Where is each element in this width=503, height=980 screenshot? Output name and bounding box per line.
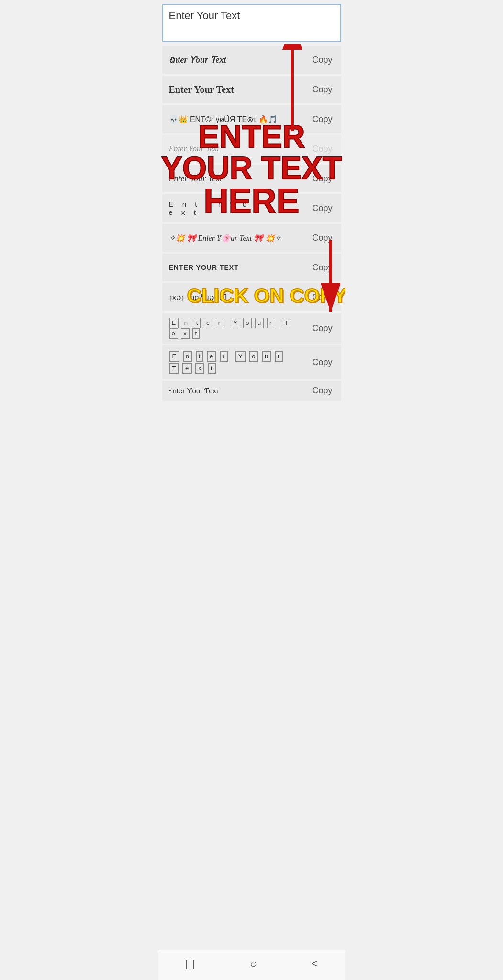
dboxed-char: n	[183, 351, 192, 362]
nav-bar: ||| ○ <	[158, 950, 345, 980]
app-container: Ꞓntеr Ƴour Ƭext Copy Enter Your Text Cop…	[158, 0, 345, 980]
dboxed-char: Y	[235, 351, 246, 362]
font-row-boxed: E n t e r Y o u r T e x t Copy	[162, 313, 341, 344]
copy-button-partial[interactable]: Copy	[303, 381, 341, 401]
copy-button-emoji-mix[interactable]: Copy	[303, 110, 341, 129]
boxed-char: r	[267, 318, 274, 328]
font-text-boxed: E n t e r Y o u r T e x t	[162, 313, 304, 344]
overlay-section-1: Enter Your Text Copy ENTER YOUR TEXT HER…	[158, 135, 345, 163]
font-text-wide-spaced: E n t e r Y o u r T e x t	[162, 195, 304, 221]
font-row-upside-down: ʇxəʇ ɹnoʎ ɹəʇuƎ Copy	[162, 283, 341, 311]
back-icon[interactable]: <	[312, 958, 318, 970]
font-row-double-boxed: E n t e r Y o u r T e x t Copy	[162, 345, 341, 379]
copy-button-bold-serif[interactable]: Copy	[303, 80, 341, 100]
font-row-bold-serif: Enter Your Text Copy	[162, 76, 341, 103]
dboxed-char: e	[182, 363, 192, 374]
copy-button-sparkle[interactable]: Copy	[303, 228, 341, 248]
boxed-char: x	[181, 328, 190, 339]
home-icon[interactable]: ○	[250, 957, 257, 970]
boxed-char: o	[243, 318, 252, 328]
boxed-char: t	[194, 318, 201, 328]
font-text-italic-fancy: Enter Your Text	[162, 139, 304, 158]
font-row-emoji-mix: 💀👑 ΕΝΤ©r γøÜЯ ΤΕ⊗τ 🔥🎵 Copy	[162, 105, 341, 133]
font-text-sparkle: ✧💥 🎀 Enler Y🌸ur Text 🎀 💥✧	[162, 229, 304, 247]
font-row-old-english-1: Ꞓntеr Ƴour Ƭext Copy	[162, 46, 341, 74]
boxed-char: r	[216, 318, 223, 328]
boxed-char: n	[182, 318, 190, 328]
font-text-upside-down: ʇxəʇ ɹnoʎ ɹəʇuƎ	[162, 288, 304, 307]
click-copy-section: ʇxəʇ ɹnoʎ ɹəʇuƎ Copy CLICK ON COPY	[158, 283, 345, 311]
copy-button-boxed[interactable]: Copy	[303, 319, 341, 338]
font-text-old-english-1: Ꞓntеr Ƴour Ƭext	[162, 50, 304, 70]
boxed-char: E	[169, 318, 179, 328]
boxed-char: e	[169, 328, 178, 339]
font-text-emoji-mix: 💀👑 ΕΝΤ©r γøÜЯ ΤΕ⊗τ 🔥🎵	[162, 110, 304, 129]
font-text-bold-serif: Enter Your Text	[162, 79, 304, 100]
dboxed-char: T	[169, 363, 179, 374]
boxed-char: Y	[231, 318, 240, 328]
font-list: Ꞓntеr Ƴour Ƭext Copy Enter Your Text Cop…	[158, 44, 345, 950]
font-text-uppercase: ENTER YOUR TEXT	[162, 259, 304, 276]
font-row-thin-italic: Enter Your Text Copy	[162, 165, 341, 192]
font-row-partial: Ꞓntеr Ƴоur Ƭехт Copy	[162, 381, 341, 401]
copy-button-italic-fancy[interactable]: Copy	[303, 139, 341, 159]
copy-button-wide-spaced[interactable]: Copy	[303, 199, 341, 218]
dboxed-char: E	[169, 351, 180, 362]
dboxed-char: r	[220, 351, 228, 362]
copy-button-double-boxed[interactable]: Copy	[303, 353, 341, 372]
copy-button-upside-down[interactable]: Copy	[303, 288, 341, 307]
boxed-char: e	[204, 318, 212, 328]
font-row-sparkle: ✧💥 🎀 Enler Y🌸ur Text 🎀 💥✧ Copy	[162, 224, 341, 252]
dboxed-char: e	[207, 351, 216, 362]
menu-icon[interactable]: |||	[185, 958, 196, 969]
font-row-italic-fancy: Enter Your Text Copy	[162, 135, 341, 163]
copy-button-uppercase[interactable]: Copy	[303, 258, 341, 278]
boxed-char: t	[192, 328, 200, 339]
text-input-area[interactable]	[162, 4, 341, 42]
rows-wrapper: Ꞓntеr Ƴour Ƭext Copy Enter Your Text Cop…	[158, 46, 345, 401]
copy-button-thin-italic[interactable]: Copy	[303, 169, 341, 189]
font-row-uppercase: ENTER YOUR TEXT Copy	[162, 254, 341, 281]
font-text-double-boxed: E n t e r Y o u r T e x t	[162, 345, 304, 379]
dboxed-char: t	[196, 351, 204, 362]
font-row-wide-spaced: E n t e r Y o u r T e x t Copy	[162, 194, 341, 222]
dboxed-char: x	[195, 363, 205, 374]
copy-button-old-english-1[interactable]: Copy	[303, 50, 341, 70]
boxed-char: u	[255, 318, 264, 328]
dboxed-char: t	[208, 363, 216, 374]
main-text-input[interactable]	[169, 10, 335, 22]
dboxed-char: o	[249, 351, 258, 362]
font-text-thin-italic: Enter Your Text	[162, 169, 304, 189]
dboxed-char: u	[262, 351, 271, 362]
font-text-partial: Ꞓntеr Ƴоur Ƭехт	[162, 382, 304, 400]
dboxed-char: r	[275, 351, 283, 362]
boxed-char: T	[282, 318, 291, 328]
